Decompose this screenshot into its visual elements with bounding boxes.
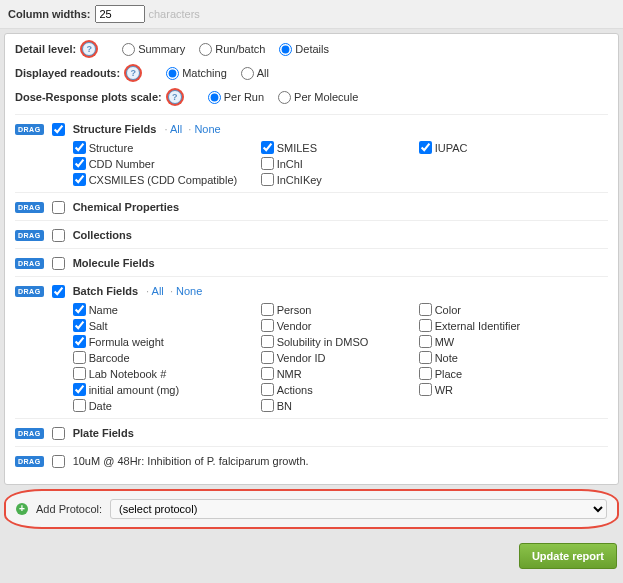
section-title: Structure Fields [73, 123, 157, 135]
drag-handle[interactable]: DRAG [15, 230, 44, 241]
radio-details[interactable]: Details [279, 43, 329, 56]
field-solubility-in-dmso[interactable]: Solubility in DMSO [261, 335, 411, 348]
radio-input[interactable] [166, 67, 179, 80]
field-nmr[interactable]: NMR [261, 367, 411, 380]
field-inchi[interactable]: InChI [261, 157, 411, 170]
field-actions[interactable]: Actions [261, 383, 411, 396]
field-checkbox[interactable] [419, 367, 432, 380]
field-checkbox[interactable] [73, 173, 86, 186]
radio-input[interactable] [241, 67, 254, 80]
field-structure[interactable]: Structure [73, 141, 253, 154]
radio-summary[interactable]: Summary [122, 43, 185, 56]
field-checkbox[interactable] [261, 141, 274, 154]
section-protocol-checkbox[interactable] [52, 455, 65, 468]
field-label: Color [435, 304, 461, 316]
radio-input[interactable] [199, 43, 212, 56]
column-widths-input[interactable] [95, 5, 145, 23]
field-checkbox[interactable] [73, 399, 86, 412]
field-checkbox[interactable] [419, 351, 432, 364]
field-checkbox[interactable] [261, 367, 274, 380]
field-color[interactable]: Color [419, 303, 569, 316]
field-place[interactable]: Place [419, 367, 569, 380]
field-checkbox[interactable] [261, 383, 274, 396]
field-checkbox[interactable] [419, 303, 432, 316]
field-checkbox[interactable] [73, 303, 86, 316]
field-external-identifier[interactable]: External Identifier [419, 319, 569, 332]
section-collections-checkbox[interactable] [52, 229, 65, 242]
all-link[interactable]: All [152, 285, 164, 297]
field-initial-amount-mg-[interactable]: initial amount (mg) [73, 383, 253, 396]
field-checkbox[interactable] [73, 335, 86, 348]
drag-handle[interactable]: DRAG [15, 202, 44, 213]
field-checkbox[interactable] [419, 335, 432, 348]
field-checkbox[interactable] [73, 319, 86, 332]
field-cxsmiles-cdd-compatible-[interactable]: CXSMILES (CDD Compatible) [73, 173, 253, 186]
field-iupac[interactable]: IUPAC [419, 141, 569, 154]
help-icon[interactable]: ? [82, 42, 96, 56]
radio-input[interactable] [279, 43, 292, 56]
radio-input[interactable] [208, 91, 221, 104]
drag-handle[interactable]: DRAG [15, 428, 44, 439]
field-salt[interactable]: Salt [73, 319, 253, 332]
field-lab-notebook-[interactable]: Lab Notebook # [73, 367, 253, 380]
radio-input[interactable] [122, 43, 135, 56]
field-vendor-id[interactable]: Vendor ID [261, 351, 411, 364]
field-label: WR [435, 384, 453, 396]
detail-level-label: Detail level: [15, 43, 76, 55]
field-inchikey[interactable]: InChIKey [261, 173, 411, 186]
field-mw[interactable]: MW [419, 335, 569, 348]
field-checkbox[interactable] [73, 157, 86, 170]
help-icon[interactable]: ? [168, 90, 182, 104]
radio-per-molecule[interactable]: Per Molecule [278, 91, 358, 104]
radio-run-batch[interactable]: Run/batch [199, 43, 265, 56]
field-checkbox[interactable] [73, 141, 86, 154]
field-checkbox[interactable] [261, 303, 274, 316]
drag-handle[interactable]: DRAG [15, 124, 44, 135]
field-vendor[interactable]: Vendor [261, 319, 411, 332]
radio-matching[interactable]: Matching [166, 67, 227, 80]
none-link[interactable]: None [194, 123, 220, 135]
section-chemical-checkbox[interactable] [52, 201, 65, 214]
radio-all[interactable]: All [241, 67, 269, 80]
field-person[interactable]: Person [261, 303, 411, 316]
field-checkbox[interactable] [261, 351, 274, 364]
section-plate-checkbox[interactable] [52, 427, 65, 440]
field-note[interactable]: Note [419, 351, 569, 364]
update-report-button[interactable]: Update report [519, 543, 617, 569]
section-structure-checkbox[interactable] [52, 123, 65, 136]
field-checkbox[interactable] [261, 319, 274, 332]
radio-input[interactable] [278, 91, 291, 104]
field-checkbox[interactable] [261, 335, 274, 348]
all-link[interactable]: All [170, 123, 182, 135]
field-bn[interactable]: BN [261, 399, 411, 412]
field-cdd-number[interactable]: CDD Number [73, 157, 253, 170]
section-batch: DRAG Batch Fields · All · None NamePerso… [15, 276, 608, 418]
field-barcode[interactable]: Barcode [73, 351, 253, 364]
field-checkbox[interactable] [73, 351, 86, 364]
section-title: Chemical Properties [73, 201, 179, 213]
drag-handle[interactable]: DRAG [15, 286, 44, 297]
help-icon[interactable]: ? [126, 66, 140, 80]
field-name[interactable]: Name [73, 303, 253, 316]
section-batch-checkbox[interactable] [52, 285, 65, 298]
radio-label: Run/batch [215, 43, 265, 55]
field-checkbox[interactable] [419, 141, 432, 154]
drag-handle[interactable]: DRAG [15, 258, 44, 269]
add-protocol-select[interactable]: (select protocol) [110, 499, 607, 519]
field-formula-weight[interactable]: Formula weight [73, 335, 253, 348]
field-checkbox[interactable] [261, 157, 274, 170]
radio-per-run[interactable]: Per Run [208, 91, 264, 104]
add-icon[interactable]: + [16, 503, 28, 515]
drag-handle[interactable]: DRAG [15, 456, 44, 467]
field-checkbox[interactable] [261, 399, 274, 412]
none-link[interactable]: None [176, 285, 202, 297]
field-checkbox[interactable] [73, 367, 86, 380]
field-checkbox[interactable] [419, 319, 432, 332]
field-smiles[interactable]: SMILES [261, 141, 411, 154]
field-checkbox[interactable] [261, 173, 274, 186]
section-molecule-checkbox[interactable] [52, 257, 65, 270]
field-checkbox[interactable] [73, 383, 86, 396]
field-date[interactable]: Date [73, 399, 253, 412]
field-checkbox[interactable] [419, 383, 432, 396]
field-wr[interactable]: WR [419, 383, 569, 396]
